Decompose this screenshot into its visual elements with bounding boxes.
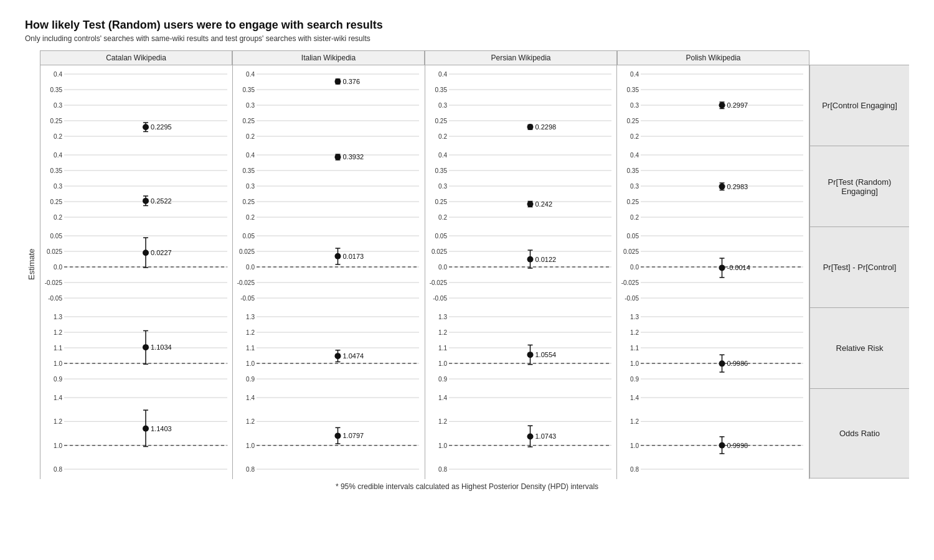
svg-point-322 [719,442,725,449]
panel-r3-c2: 0.91.01.11.21.31.0554 [425,308,618,389]
svg-text:0.05: 0.05 [50,233,63,240]
col-header-italian: Italian Wikipedia [232,50,425,65]
svg-text:1.3: 1.3 [630,314,639,320]
svg-text:-0.05: -0.05 [625,295,639,302]
panel-r3-c0: 0.91.01.11.21.31.1034 [40,308,233,389]
svg-text:0.025: 0.025 [239,248,255,255]
svg-text:1.1: 1.1 [630,345,639,352]
svg-text:0.025: 0.025 [623,248,639,255]
svg-text:0.8: 0.8 [630,466,639,473]
chart-row-2: -0.05-0.0250.00.0250.050.0227-0.05-0.025… [40,226,909,307]
svg-text:0.242: 0.242 [535,200,552,208]
svg-text:0.2: 0.2 [246,214,255,221]
chart-title: How likely Test (Random) users were to e… [25,19,909,32]
svg-text:1.3: 1.3 [54,314,62,320]
svg-text:1.1: 1.1 [54,345,62,352]
svg-text:0.35: 0.35 [435,167,447,174]
svg-text:-0.05: -0.05 [240,295,255,302]
panel-r2-c3: -0.05-0.0250.00.0250.05-0.0014 [617,227,809,308]
svg-text:1.2: 1.2 [54,418,62,425]
svg-text:0.2295: 0.2295 [151,123,172,131]
svg-text:0.3: 0.3 [54,102,62,109]
panel-r1-c2: 0.20.250.30.350.40.242 [425,146,618,227]
svg-text:1.3: 1.3 [438,314,447,320]
row-label-header [809,50,909,65]
svg-text:1.4: 1.4 [630,394,639,401]
svg-text:1.0797: 1.0797 [342,432,364,439]
svg-text:0.3: 0.3 [630,102,639,109]
svg-text:0.0173: 0.0173 [342,253,364,260]
col-header-polish: Polish Wikipedia [617,50,809,65]
svg-text:0.2: 0.2 [246,133,255,140]
svg-text:0.25: 0.25 [435,118,447,124]
svg-point-62 [719,102,725,108]
svg-text:0.0122: 0.0122 [535,256,556,263]
svg-text:0.4: 0.4 [54,152,62,159]
svg-text:1.2: 1.2 [54,329,62,336]
svg-point-307 [527,433,533,439]
svg-text:0.3932: 0.3932 [342,153,364,161]
svg-text:0.35: 0.35 [627,167,639,174]
chart-subtitle: Only including controls' searches with s… [25,34,909,43]
svg-text:0.0: 0.0 [438,264,447,271]
svg-text:0.05: 0.05 [242,233,255,240]
svg-text:0.25: 0.25 [242,198,255,205]
svg-text:0.25: 0.25 [242,118,255,124]
panel-r0-c1: 0.20.250.30.350.40.376 [233,65,425,146]
svg-text:0.4: 0.4 [246,152,255,159]
svg-text:0.4: 0.4 [630,71,639,78]
panel-r3-c3: 0.91.01.11.21.30.9986 [617,308,809,389]
svg-text:0.8: 0.8 [54,466,62,473]
svg-text:1.4: 1.4 [246,394,255,401]
svg-point-211 [143,344,149,350]
svg-text:0.3: 0.3 [438,183,447,190]
svg-point-143 [143,250,149,256]
svg-text:0.025: 0.025 [431,248,446,255]
svg-text:0.2: 0.2 [438,133,447,140]
svg-text:1.1: 1.1 [438,345,447,352]
svg-text:0.25: 0.25 [50,198,63,205]
svg-text:1.0474: 1.0474 [342,352,364,360]
svg-text:1.2: 1.2 [246,418,255,425]
svg-text:-0.05: -0.05 [433,295,447,302]
svg-text:0.2997: 0.2997 [727,101,748,109]
svg-text:1.0: 1.0 [438,442,447,449]
svg-text:0.2: 0.2 [630,133,639,140]
svg-point-245 [527,352,533,358]
svg-text:1.0743: 1.0743 [535,432,556,440]
panel-r1-c0: 0.20.250.30.350.40.2522 [40,146,233,227]
panel-r1-c1: 0.20.250.30.350.40.3932 [233,146,425,227]
svg-text:0.35: 0.35 [435,86,447,93]
svg-point-126 [719,184,725,190]
svg-point-46 [527,124,533,130]
panel-r0-c2: 0.20.250.30.350.40.2298 [425,65,618,146]
rows-container: 0.20.250.30.350.40.22950.20.250.30.350.4… [40,65,909,478]
svg-text:-0.025: -0.025 [45,279,63,286]
svg-text:0.2: 0.2 [54,133,62,140]
svg-point-277 [143,426,149,432]
svg-text:1.2: 1.2 [438,418,447,425]
svg-text:0.8: 0.8 [246,466,255,473]
row-label-1: Pr[Test (Random) Engaging] [809,146,909,226]
footnote: * 95% credible intervals calculated as H… [25,482,909,491]
svg-text:1.0: 1.0 [246,442,255,449]
svg-text:0.9: 0.9 [630,376,639,383]
panel-r2-c0: -0.05-0.0250.00.0250.050.0227 [40,227,233,308]
svg-text:0.0: 0.0 [54,264,62,271]
svg-text:1.4: 1.4 [438,394,447,401]
svg-text:1.2: 1.2 [630,329,639,336]
svg-text:0.35: 0.35 [242,167,255,174]
svg-text:0.4: 0.4 [438,152,447,159]
svg-text:0.4: 0.4 [246,71,255,78]
chart-row-1: 0.20.250.30.350.40.25220.20.250.30.350.4… [40,146,909,226]
svg-text:1.0: 1.0 [630,360,639,367]
svg-point-262 [719,360,725,366]
col-header-catalan: Catalan Wikipedia [40,50,232,65]
svg-text:0.3: 0.3 [630,183,639,190]
svg-text:0.4: 0.4 [630,152,639,159]
panel-r4-c0: 0.81.01.21.41.1403 [40,389,233,479]
svg-text:0.9986: 0.9986 [727,360,748,367]
svg-text:0.25: 0.25 [435,198,447,205]
svg-text:0.9: 0.9 [54,376,62,383]
panel-r4-c2: 0.81.01.21.41.0743 [425,389,618,479]
